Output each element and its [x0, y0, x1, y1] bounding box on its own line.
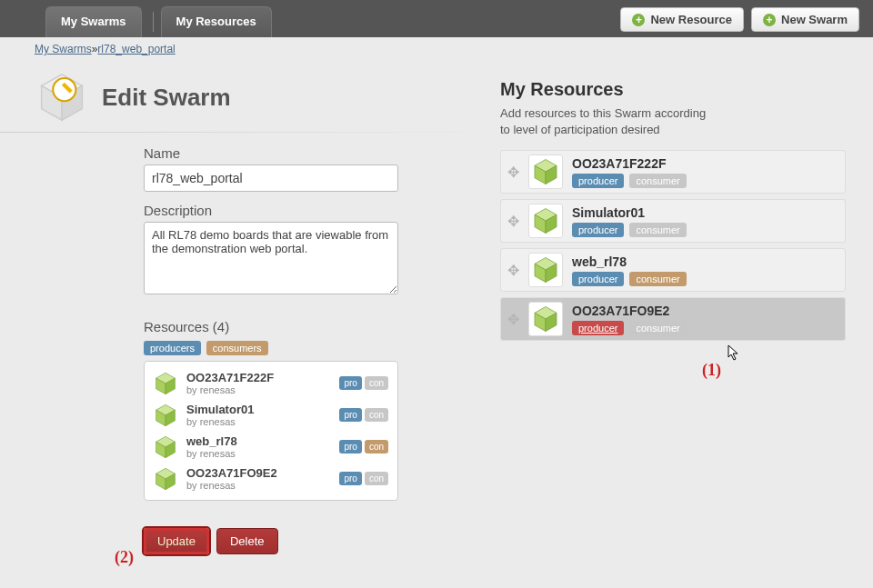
pro-tag[interactable]: pro — [339, 472, 361, 485]
resource-info: OO23A71FO9E2by renesas — [186, 466, 330, 491]
page-title: Edit Swarm — [102, 84, 231, 112]
card-name: web_rl78 — [572, 254, 839, 269]
title-bar: Edit Swarm — [35, 70, 464, 125]
table-row: OO23A71F222Fby renesasprocon — [145, 367, 397, 399]
card-tags: producerconsumer — [572, 174, 839, 188]
breadcrumb: My Swarms»rl78_web_portal — [0, 37, 873, 61]
producer-badge[interactable]: producer — [572, 321, 624, 335]
con-tag[interactable]: con — [365, 376, 388, 390]
con-tag[interactable]: con — [365, 472, 388, 485]
producer-badge[interactable]: producer — [572, 174, 624, 188]
consumer-badge[interactable]: consumer — [629, 223, 686, 237]
resources-heading: Resources (4) — [144, 319, 471, 334]
tab-separator — [153, 12, 154, 32]
edit-swarm-icon — [35, 70, 89, 125]
resource-card[interactable]: ✥web_rl78producerconsumer — [500, 248, 846, 292]
new-swarm-label: New Swarm — [781, 13, 848, 26]
left-column: Edit Swarm Name Description Resources (4… — [0, 61, 464, 554]
plus-icon: + — [632, 14, 645, 26]
resources-list: OO23A71F222Fby renesasproconSimulator01b… — [144, 361, 398, 501]
move-icon[interactable]: ✥ — [507, 164, 519, 181]
new-resource-label: New Resource — [650, 13, 732, 26]
card-name: Simulator01 — [572, 205, 839, 220]
resource-by: by renesas — [186, 384, 330, 395]
cube-icon — [528, 154, 563, 189]
move-icon[interactable]: ✥ — [507, 311, 519, 328]
pro-tag[interactable]: pro — [339, 376, 361, 390]
panel-subtitle: Add resources to this Swarm according to… — [500, 105, 709, 137]
card-tags: producerconsumer — [572, 321, 839, 335]
delete-button[interactable]: Delete — [216, 528, 278, 554]
description-label: Description — [144, 203, 471, 218]
resource-tags: procon — [339, 440, 388, 453]
resource-info: Simulator01by renesas — [186, 403, 330, 427]
producers-badge[interactable]: producers — [144, 341, 201, 355]
cube-icon — [154, 435, 177, 459]
breadcrumb-root[interactable]: My Swarms — [35, 43, 92, 55]
move-icon[interactable]: ✥ — [507, 213, 519, 230]
resource-card[interactable]: ✥OO23A71F222Fproducerconsumer — [500, 150, 846, 194]
card-tags: producerconsumer — [572, 272, 839, 286]
nav-tabs: My Swarms My Resources — [45, 0, 276, 37]
pro-tag[interactable]: pro — [339, 440, 361, 453]
card-info: OO23A71F222Fproducerconsumer — [572, 156, 839, 188]
name-input[interactable] — [144, 164, 398, 192]
main: Edit Swarm Name Description Resources (4… — [0, 61, 873, 554]
resource-info: web_rl78by renesas — [186, 434, 330, 459]
cube-icon — [154, 467, 177, 491]
card-info: OO23A71FO9E2producerconsumer — [572, 304, 839, 335]
right-panel: My Resources Add resources to this Swarm… — [464, 61, 873, 554]
tab-my-swarms[interactable]: My Swarms — [45, 6, 142, 37]
card-info: web_rl78producerconsumer — [572, 254, 839, 286]
resource-name: OO23A71FO9E2 — [186, 466, 330, 480]
header-separator — [0, 132, 509, 133]
table-row: web_rl78by renesasprocon — [145, 431, 397, 463]
move-icon[interactable]: ✥ — [507, 262, 519, 279]
cube-icon — [528, 253, 563, 287]
resource-name: OO23A71F222F — [186, 371, 330, 384]
consumer-badge[interactable]: consumer — [629, 272, 686, 286]
resource-card[interactable]: ✥OO23A71FO9E2producerconsumer — [500, 297, 846, 341]
resource-by: by renesas — [186, 416, 330, 427]
top-bar: My Swarms My Resources + New Resource + … — [0, 0, 873, 37]
new-resource-button[interactable]: + New Resource — [620, 7, 744, 32]
pro-tag[interactable]: pro — [339, 408, 361, 422]
annotation-2: (2) — [115, 548, 134, 567]
con-tag[interactable]: con — [365, 440, 388, 453]
tab-my-resources[interactable]: My Resources — [161, 6, 272, 37]
card-name: OO23A71FO9E2 — [572, 304, 839, 318]
resource-cards: ✥OO23A71F222Fproducerconsumer✥Simulator0… — [500, 150, 846, 341]
producer-badge[interactable]: producer — [572, 223, 624, 237]
description-textarea[interactable] — [144, 222, 398, 294]
resource-card[interactable]: ✥Simulator01producerconsumer — [500, 199, 846, 243]
form-actions: Update Delete — [35, 528, 464, 554]
card-name: OO23A71F222F — [572, 156, 839, 171]
cube-icon — [528, 302, 563, 336]
resource-name: Simulator01 — [186, 403, 330, 416]
name-label: Name — [144, 145, 471, 161]
card-tags: producerconsumer — [572, 223, 839, 237]
form: Name Description Resources (4) producers… — [35, 145, 471, 501]
annotation-1: (1) — [702, 361, 721, 380]
update-button[interactable]: Update — [144, 528, 209, 554]
resource-by: by renesas — [186, 448, 330, 459]
cube-icon — [154, 372, 177, 395]
consumer-badge[interactable]: consumer — [629, 321, 686, 335]
consumers-badge[interactable]: consumers — [206, 341, 268, 355]
table-row: OO23A71FO9E2by renesasprocon — [145, 463, 397, 494]
breadcrumb-current[interactable]: rl78_web_portal — [97, 43, 175, 55]
cube-icon — [528, 204, 563, 238]
new-swarm-button[interactable]: + New Swarm — [751, 7, 859, 32]
panel-title: My Resources — [500, 79, 846, 100]
resource-info: OO23A71F222Fby renesas — [186, 371, 330, 395]
plus-icon: + — [763, 14, 776, 26]
resource-tags: procon — [339, 376, 388, 390]
card-info: Simulator01producerconsumer — [572, 205, 839, 237]
con-tag[interactable]: con — [365, 408, 388, 422]
producer-badge[interactable]: producer — [572, 272, 624, 286]
top-buttons: + New Resource + New Swarm — [620, 7, 859, 37]
resource-name: web_rl78 — [186, 434, 330, 448]
resource-tags: procon — [339, 472, 388, 485]
consumer-badge[interactable]: consumer — [629, 174, 686, 188]
table-row: Simulator01by renesasprocon — [145, 399, 397, 431]
